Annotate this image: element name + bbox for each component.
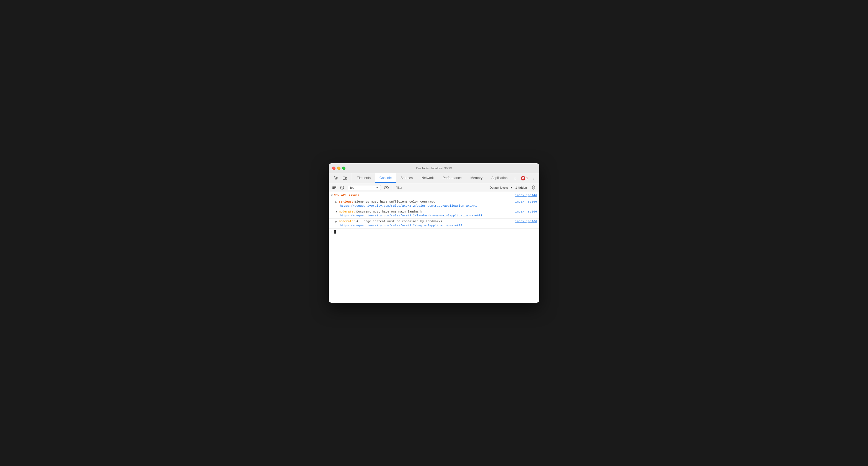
issue-toggle-moderate-1[interactable]: ▼ bbox=[336, 210, 337, 213]
eye-button[interactable] bbox=[383, 184, 390, 191]
issue-source-moderate-1[interactable]: index.js:166 bbox=[515, 210, 537, 213]
svg-rect-0 bbox=[343, 177, 345, 180]
issue-toggle-serious[interactable]: ▶ bbox=[336, 200, 337, 204]
toolbar-divider bbox=[392, 185, 392, 190]
title-bar: DevTools - localhost:3000/ bbox=[329, 163, 539, 173]
svg-rect-4 bbox=[333, 188, 335, 189]
console-prompt: › bbox=[331, 230, 333, 234]
group-source[interactable]: index.js:146 bbox=[515, 194, 537, 197]
hidden-count: 1 hidden bbox=[516, 186, 527, 189]
issue-row-moderate-1: ▼ moderate: Document must have one main … bbox=[329, 209, 539, 219]
tab-sources[interactable]: Sources bbox=[396, 173, 417, 183]
tab-elements[interactable]: Elements bbox=[352, 173, 375, 183]
tab-memory[interactable]: Memory bbox=[466, 173, 487, 183]
tab-network[interactable]: Network bbox=[417, 173, 438, 183]
issue-toggle-moderate-2[interactable]: ▶ bbox=[336, 220, 337, 223]
tab-application[interactable]: Application bbox=[487, 173, 512, 183]
console-settings-button[interactable] bbox=[530, 184, 537, 191]
tab-bar: Elements Console Sources Network Perform… bbox=[329, 173, 539, 183]
devtools-icons bbox=[330, 173, 351, 183]
context-dropdown-arrow: ▼ bbox=[376, 186, 378, 189]
tab-console[interactable]: Console bbox=[375, 173, 396, 183]
stop-messages-button[interactable] bbox=[339, 184, 345, 191]
axe-issues-group-header: ▼ New aXe issues index.js:146 bbox=[329, 192, 539, 199]
window-title: DevTools - localhost:3000/ bbox=[416, 166, 452, 170]
svg-line-6 bbox=[341, 186, 343, 189]
issue-link-serious[interactable]: https://dequeuniversity.com/rules/axe/3.… bbox=[340, 204, 537, 208]
minimize-button[interactable] bbox=[337, 166, 340, 170]
maximize-button[interactable] bbox=[342, 166, 345, 170]
issue-source-moderate-2[interactable]: index.js:166 bbox=[515, 220, 537, 223]
error-badge[interactable]: ✕ 2 bbox=[521, 176, 528, 180]
svg-rect-1 bbox=[346, 177, 347, 179]
error-icon: ✕ bbox=[521, 176, 525, 180]
issue-row-serious: ▶ serious: Elements must have sufficient… bbox=[329, 199, 539, 209]
svg-rect-2 bbox=[333, 186, 336, 187]
levels-dropdown[interactable]: Default levels ▼ bbox=[488, 185, 514, 190]
more-tabs-button[interactable]: » bbox=[512, 173, 519, 183]
devtools-window: DevTools - localhost:3000/ Elements Cons… bbox=[329, 163, 539, 303]
filter-input[interactable] bbox=[395, 186, 487, 189]
severity-label-moderate-2: moderate: bbox=[339, 220, 355, 223]
group-title: New aXe issues bbox=[334, 194, 359, 197]
issue-row-moderate-2: ▶ moderate: All page content must be con… bbox=[329, 219, 539, 228]
context-selector[interactable]: top ▼ bbox=[348, 185, 381, 190]
tab-bar-right: ✕ 2 ⋮ bbox=[519, 173, 539, 183]
inspect-element-icon[interactable] bbox=[332, 174, 340, 182]
clear-console-button[interactable] bbox=[331, 184, 338, 191]
traffic-lights bbox=[332, 166, 345, 170]
console-input-line[interactable]: › bbox=[329, 228, 539, 235]
close-button[interactable] bbox=[332, 166, 336, 170]
issue-source-serious[interactable]: index.js:166 bbox=[515, 200, 537, 204]
console-cursor bbox=[334, 230, 336, 234]
issue-link-moderate-2[interactable]: https://dequeuniversity.com/rules/axe/3.… bbox=[340, 224, 537, 227]
severity-label-moderate-1: moderate: bbox=[339, 210, 355, 213]
issue-text-moderate-1: Document must have one main landmark bbox=[356, 210, 422, 213]
issue-text-moderate-2: All page content must be contained by la… bbox=[356, 220, 442, 223]
console-content: ▼ New aXe issues index.js:146 ▶ serious:… bbox=[329, 192, 539, 303]
tab-performance[interactable]: Performance bbox=[438, 173, 466, 183]
svg-point-8 bbox=[386, 187, 387, 188]
issue-link-moderate-1[interactable]: https://dequeuniversity.com/rules/axe/3.… bbox=[340, 214, 537, 217]
levels-dropdown-arrow: ▼ bbox=[510, 186, 513, 189]
issue-text-serious: Elements must have sufficient color cont… bbox=[354, 200, 435, 204]
severity-label-serious: serious: bbox=[339, 200, 353, 204]
device-toggle-icon[interactable] bbox=[341, 174, 349, 182]
more-options-button[interactable]: ⋮ bbox=[530, 175, 537, 182]
svg-rect-3 bbox=[333, 187, 336, 188]
console-toolbar: top ▼ Default levels ▼ 1 hidden bbox=[329, 183, 539, 192]
group-toggle[interactable]: ▼ bbox=[331, 194, 333, 197]
